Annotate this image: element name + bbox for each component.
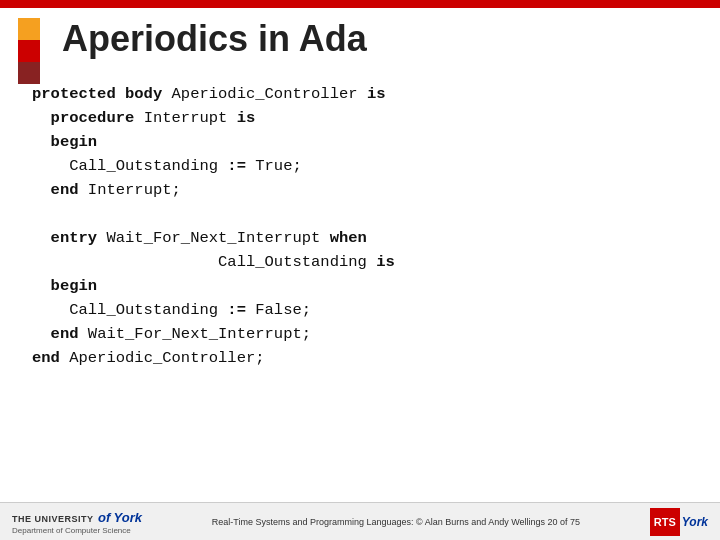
keyword: is bbox=[376, 253, 395, 271]
code-line-10: end Wait_For_Next_Interrupt; bbox=[32, 322, 688, 346]
york-label: of York bbox=[98, 510, 142, 525]
keyword: is bbox=[237, 109, 256, 127]
square-orange bbox=[18, 18, 40, 40]
university-label: The University bbox=[12, 514, 94, 524]
rts-box: RTS bbox=[650, 508, 680, 536]
keyword: begin bbox=[51, 277, 98, 295]
keyword: := bbox=[227, 157, 246, 175]
code-line-5: end Interrupt; bbox=[32, 178, 688, 202]
code-line-1: protected body Aperiodic_Controller is bbox=[32, 82, 688, 106]
keyword: end bbox=[32, 349, 69, 367]
side-decoration bbox=[18, 18, 56, 92]
keyword: end bbox=[51, 325, 88, 343]
code-line-2: procedure Interrupt is bbox=[32, 106, 688, 130]
code-text: Interrupt bbox=[144, 109, 237, 127]
code-line-6: entry Wait_For_Next_Interrupt when bbox=[32, 226, 688, 250]
code-line-8: begin bbox=[32, 274, 688, 298]
code-line-11: end Aperiodic_Controller; bbox=[32, 346, 688, 370]
rts-logo: RTS York bbox=[650, 508, 708, 536]
code-line-9: Call_Outstanding := False; bbox=[32, 298, 688, 322]
keyword: protected body bbox=[32, 85, 172, 103]
keyword: is bbox=[367, 85, 386, 103]
footer: The University of York Department of Com… bbox=[0, 502, 720, 540]
keyword: end bbox=[51, 181, 88, 199]
footer-university-name: The University of York bbox=[12, 508, 142, 526]
code-line-3: begin bbox=[32, 130, 688, 154]
keyword: when bbox=[330, 229, 367, 247]
code-block: protected body Aperiodic_Controller is p… bbox=[32, 82, 688, 370]
department-label: Department of Computer Science bbox=[12, 526, 131, 535]
code-line-7: Call_Outstanding is bbox=[32, 250, 688, 274]
code-text: Aperiodic_Controller bbox=[172, 85, 367, 103]
header-accent-bar bbox=[0, 0, 720, 8]
footer-logo-section: The University of York Department of Com… bbox=[12, 508, 142, 535]
code-line-4: Call_Outstanding := True; bbox=[32, 154, 688, 178]
page-title: Aperiodics in Ada bbox=[62, 18, 367, 60]
square-dark bbox=[18, 62, 40, 84]
keyword: procedure bbox=[51, 109, 144, 127]
keyword: entry bbox=[51, 229, 107, 247]
square-red bbox=[18, 40, 40, 62]
rts-logo-section: RTS York bbox=[650, 508, 708, 536]
keyword: begin bbox=[51, 133, 98, 151]
footer-citation: Real-Time Systems and Programming Langua… bbox=[158, 517, 634, 527]
keyword: := bbox=[227, 301, 246, 319]
rts-york-label: York bbox=[682, 515, 708, 529]
code-line-blank bbox=[32, 202, 688, 226]
